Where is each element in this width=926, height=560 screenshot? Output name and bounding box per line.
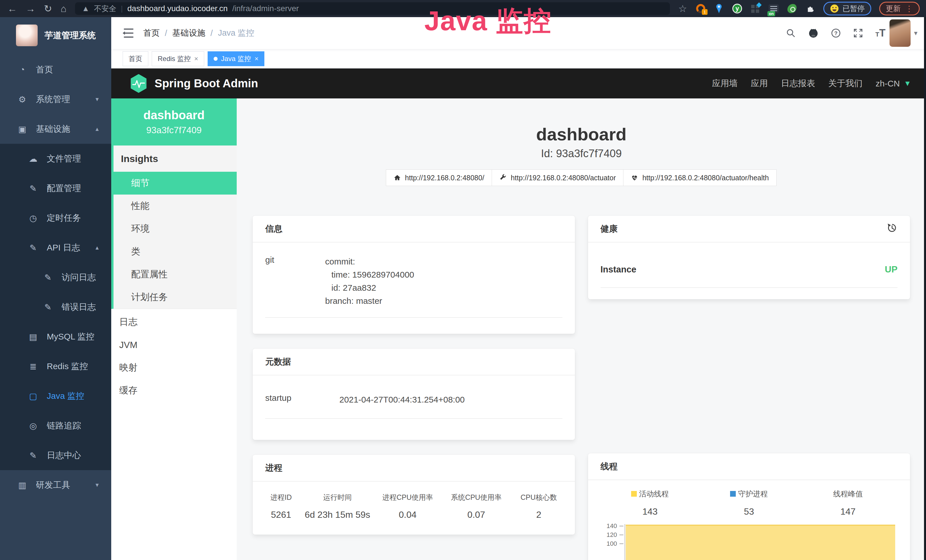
github-icon[interactable] xyxy=(808,28,819,38)
close-icon[interactable]: × xyxy=(194,55,198,63)
sidebar-item-home[interactable]: ◔ 首页 xyxy=(0,55,111,85)
warning-icon: ▲ xyxy=(82,4,89,13)
chevron-up-icon: ▴ xyxy=(95,125,99,133)
update-button[interactable]: 更新 ⋮ xyxy=(879,2,920,15)
extension-pin-icon[interactable] xyxy=(714,3,724,14)
locale-caret-icon[interactable]: ▼ xyxy=(904,79,911,88)
menu-item-scheduled-tasks[interactable]: 计划任务 xyxy=(113,286,237,309)
sidebar-item-mysql-monitor[interactable]: ▤ MySQL 监控 xyxy=(0,322,111,351)
history-icon[interactable] xyxy=(887,222,897,235)
avatar-caret-icon[interactable]: ▾ xyxy=(914,29,917,37)
fullscreen-icon[interactable] xyxy=(853,28,863,38)
edit-icon: ✎ xyxy=(42,302,54,312)
sidebar-item-files[interactable]: ☁ 文件管理 xyxy=(0,144,111,173)
back-icon[interactable]: ← xyxy=(8,0,17,17)
sba-navbar: Spring Boot Admin 应用墙 应用 日志报表 关于我们 zh-CN… xyxy=(111,68,926,98)
browser-menu-icon[interactable]: ⋮ xyxy=(905,4,913,14)
update-label: 更新 xyxy=(886,4,900,14)
menu-item-environment[interactable]: 环境 xyxy=(113,217,237,240)
url-path: /infra/admin-server xyxy=(232,4,299,13)
extension-grid-icon[interactable] xyxy=(750,3,761,14)
sba-logo-icon[interactable] xyxy=(130,74,147,93)
database-icon: ▤ xyxy=(27,332,39,342)
threads-card: 线程 活动线程 守护进程 线程峰值 143 53 xyxy=(588,453,910,560)
page-title: dashboard xyxy=(253,124,910,145)
daemon-threads-swatch xyxy=(730,491,736,496)
menu-item-metrics[interactable]: 性能 xyxy=(113,195,237,217)
sba-nav-applications[interactable]: 应用 xyxy=(750,77,768,89)
sidebar-item-error-log[interactable]: ✎ 错误日志 xyxy=(0,292,111,322)
sba-nav-wallboard[interactable]: 应用墙 xyxy=(712,77,737,89)
tab-redis-monitor[interactable]: Redis 监控 × xyxy=(152,51,204,66)
extension-orange-icon[interactable]: 1 xyxy=(696,3,706,14)
info-card: 信息 git commit: time: 1596289704000 id: 2… xyxy=(253,216,575,334)
live-threads-value: 143 xyxy=(601,505,699,518)
menu-item-jvm[interactable]: JVM xyxy=(111,333,237,356)
close-icon[interactable]: × xyxy=(254,55,259,63)
hamburger-icon[interactable] xyxy=(121,28,133,38)
sidebar-item-infra[interactable]: ▣ 基础设施 ▴ xyxy=(0,114,111,144)
search-icon[interactable] xyxy=(786,28,796,38)
menu-item-mappings[interactable]: 映射 xyxy=(111,356,237,379)
sidebar-item-access-log[interactable]: ✎ 访问日志 xyxy=(0,262,111,292)
chevron-down-icon: ▾ xyxy=(95,95,99,103)
extension-tabs-icon[interactable]: on xyxy=(769,3,779,14)
breadcrumb-home[interactable]: 首页 xyxy=(143,27,160,39)
sba-nav-journal[interactable]: 日志报表 xyxy=(781,77,815,89)
tab-java-monitor[interactable]: Java 监控 × xyxy=(207,51,264,66)
menu-item-details[interactable]: 细节 xyxy=(113,172,237,195)
tab-home[interactable]: 首页 xyxy=(123,51,148,66)
screen-icon: ▢ xyxy=(27,391,39,401)
process-col-proc-cpu: 进程CPU使用率 xyxy=(374,493,441,501)
help-icon[interactable]: ? xyxy=(831,28,841,38)
actuator-url-button[interactable]: http://192.168.0.2:48080/actuator xyxy=(492,170,623,186)
sba-nav-about[interactable]: 关于我们 xyxy=(828,77,862,89)
home-icon[interactable]: ⌂ xyxy=(61,0,67,17)
metadata-row-value: 2021-04-27T00:44:31.254+08:00 xyxy=(339,393,562,406)
process-col-cores: CPU核心数 xyxy=(511,493,566,501)
sidebar-item-redis-monitor[interactable]: ≣ Redis 监控 xyxy=(0,351,111,381)
info-row-label: git xyxy=(265,255,325,307)
instance-urls: http://192.168.0.2:48080/ http://192.168… xyxy=(253,170,910,186)
forward-icon[interactable]: → xyxy=(26,0,35,17)
health-card: 健康 Instance xyxy=(588,216,910,299)
instance-name: dashboard xyxy=(144,108,205,122)
menu-item-config-props[interactable]: 配置属性 xyxy=(113,263,237,286)
reload-icon[interactable]: ↻ xyxy=(44,0,52,17)
extensions-puzzle-icon[interactable] xyxy=(805,3,816,14)
sba-brand[interactable]: Spring Boot Admin xyxy=(154,77,258,90)
sidebar-menu: ◔ 首页 ⚙ 系统管理 ▾ ▣ 基础设施 ▴ ☁ 文件管理 xyxy=(0,55,111,500)
sidebar-item-system[interactable]: ⚙ 系统管理 ▾ xyxy=(0,85,111,114)
menu-item-logs[interactable]: 日志 xyxy=(111,311,237,333)
extension-y-icon[interactable]: y xyxy=(732,3,742,14)
breadcrumb-section[interactable]: 基础设施 xyxy=(172,27,205,39)
sidebar-item-dev-tools[interactable]: ▥ 研发工具 ▾ xyxy=(0,470,111,500)
paused-profile-pill[interactable]: 已暂停 xyxy=(823,2,871,15)
avatar[interactable] xyxy=(890,20,911,47)
bookmark-star-icon[interactable]: ☆ xyxy=(678,3,687,14)
instance-header: dashboard 93a3fc7f7409 xyxy=(111,98,237,145)
service-url-button[interactable]: http://192.168.0.2:48080/ xyxy=(386,170,492,186)
url-bar[interactable]: ▲ 不安全 | dashboard.yudao.iocoder.cn /infr… xyxy=(75,2,670,15)
process-col-uptime: 运行时间 xyxy=(301,493,374,501)
menu-item-classes[interactable]: 类 xyxy=(113,240,237,263)
breadcrumb: 首页 / 基础设施 / Java 监控 xyxy=(143,27,254,39)
live-threads-area xyxy=(626,525,896,560)
sidebar-item-java-monitor[interactable]: ▢ Java 监控 xyxy=(0,381,111,411)
app-logo-row[interactable]: 芋道管理系统 xyxy=(0,17,111,51)
sidebar-item-tracing[interactable]: ◎ 链路追踪 xyxy=(0,411,111,440)
extension-leaf-icon[interactable] xyxy=(787,3,797,14)
threads-legend: 活动线程 守护进程 线程峰值 xyxy=(601,489,898,499)
menu-item-caches[interactable]: 缓存 xyxy=(111,379,237,402)
text-size-icon[interactable]: TT xyxy=(876,27,885,39)
sidebar-item-scheduled-jobs[interactable]: ◷ 定时任务 xyxy=(0,203,111,233)
sidebar-item-log-center[interactable]: ✎ 日志中心 xyxy=(0,440,111,470)
sba-locale-select[interactable]: zh-CN xyxy=(876,79,900,88)
instance-sidebar: dashboard 93a3fc7f7409 Insights 细节 性能 环境… xyxy=(111,98,237,560)
sidebar-item-config[interactable]: ✎ 配置管理 xyxy=(0,173,111,203)
sidebar-item-api-logs[interactable]: ✎ API 日志 ▴ xyxy=(0,233,111,262)
legend-live-threads: 活动线程 xyxy=(639,489,669,499)
process-card: 进程 进程ID 运行时间 进程CPU使用率 系统CPU使用率 CPU核心数 52… xyxy=(253,455,575,534)
health-url-button[interactable]: http://192.168.0.2:48080/actuator/health xyxy=(623,170,776,186)
status-badge: UP xyxy=(885,264,897,275)
